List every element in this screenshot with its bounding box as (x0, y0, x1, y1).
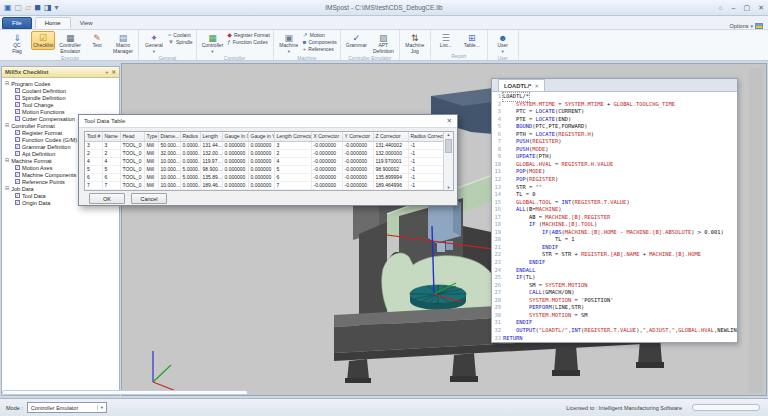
ribbon-button-components[interactable]: ■Components (303, 39, 337, 45)
table-cell: 0.000000 (248, 173, 274, 181)
tree-item-tool-change[interactable]: ✓Tool Change (2, 101, 119, 108)
pin-icon[interactable]: + (105, 69, 108, 75)
main-area: LOADTL/* ✕ 1LOADTL/*2 SYSTEM.MTIME = SYS… (0, 61, 768, 398)
dialog-close-icon[interactable]: ✕ (447, 117, 452, 125)
line-number: 2 (492, 101, 503, 109)
table-row[interactable]: 44TOOL_0Mill10.000...0.0000...119.97...0… (85, 157, 444, 165)
ribbon-button-grammar[interactable]: ✓Grammar (344, 31, 369, 50)
code-text: ALL(B=MACHINE) (503, 206, 561, 214)
table-cell: Mill (144, 149, 158, 157)
table-cell: -0.000000 (342, 181, 373, 189)
line-number: 13 (492, 184, 503, 192)
ribbon-button-label: References (308, 46, 334, 52)
ok-button[interactable]: OK (89, 193, 125, 204)
ribbon-button-user[interactable]: ☻User▾ (491, 31, 515, 55)
ribbon-button-controller-emulator[interactable]: ▦Controller Emulator (57, 31, 83, 55)
ribbon-button-machine-jog[interactable]: ⇅Machine Jog (403, 31, 427, 55)
ribbon-button-macro-manager[interactable]: ▤Macro Manager (111, 31, 135, 55)
check-icon: ✓ (15, 116, 20, 121)
ribbon-button-coolant[interactable]: ≈Coolant (168, 32, 193, 38)
close-icon[interactable]: ✕ (111, 69, 116, 75)
app-icon[interactable]: ▣ (4, 4, 12, 12)
table-cell: 50.000... (158, 141, 180, 149)
table-scrollbar[interactable]: ▲ ▼ (443, 132, 453, 190)
tab-close-icon[interactable]: ✕ (534, 83, 539, 89)
table-cell: 5 (274, 165, 311, 173)
maximize-icon[interactable]: ▢ (744, 4, 751, 11)
ribbon-button-general[interactable]: ✦General▾ (142, 31, 166, 55)
ribbon-button-table[interactable]: ⊞Table... (460, 31, 484, 50)
table-cell: -1 (408, 181, 444, 189)
column-header-length: Length (200, 132, 222, 141)
ribbon-button-apt-definition[interactable]: ▨APT Definition (371, 31, 396, 55)
ribbon-button-label: Coolant (173, 32, 190, 38)
table-row[interactable]: 66TOOL_0Mill10.000...5.0000...135.89...0… (85, 173, 444, 181)
column-header-gauge-in-y: Gauge in Y (248, 132, 274, 141)
cancel-button[interactable]: Cancel (131, 193, 167, 204)
tree-item-spindle-definition[interactable]: ✓Spindle Definition (2, 94, 119, 101)
code-editor-body[interactable]: 1LOADTL/*2 SYSTEM.MTIME = SYSTEM.MTIME +… (492, 92, 737, 342)
code-text: PUSH(REGISTER) (503, 138, 561, 146)
tab-view[interactable]: View (71, 17, 102, 29)
ribbon-group-general: ✦General▾≈Coolant▼SpindleGeneral (139, 30, 197, 60)
save-report-icon[interactable]: ◨ (44, 4, 52, 12)
code-text: CALL(GMACH/ON) (503, 289, 574, 297)
help-bulb-icon[interactable]: ☼ (717, 4, 723, 11)
ribbon-button-list[interactable]: ☰List... (434, 31, 458, 50)
dialog-title: Tool Data Table (84, 118, 125, 124)
tree-collapse-icon[interactable]: ⊟ (5, 81, 9, 86)
table-cell: 7 (102, 181, 120, 189)
machine-viewport[interactable]: LOADTL/* ✕ 1LOADTL/*2 SYSTEM.MTIME = SYS… (121, 63, 767, 396)
tree-group-label: Controller Format (11, 123, 55, 129)
save-icon[interactable]: ◼ (34, 4, 41, 12)
tree-collapse-icon[interactable]: ⊟ (5, 186, 9, 191)
ribbon-group-label (403, 55, 427, 60)
table-row[interactable]: 77TOOL_0Mill10.000...0.0000...189.46...0… (85, 181, 444, 189)
ribbon-button-function-codes[interactable]: ƒFunction Codes (227, 39, 269, 45)
code-line: 22 STR = STR + REGISTER.[AB].NAME + MACH… (492, 251, 737, 259)
tab-file[interactable]: File (2, 17, 32, 29)
scrollbar-thumb[interactable] (445, 139, 452, 153)
ribbon-button-machine[interactable]: ▣Machine▾ (277, 31, 301, 55)
tree-collapse-icon[interactable]: ⊟ (5, 158, 9, 163)
ribbon-button-spindle[interactable]: ▼Spindle (168, 39, 193, 45)
table-row[interactable]: 55TOOL_0Mill10.000...5.0000...98.900...0… (85, 165, 444, 173)
mode-combobox[interactable]: Controller Emulator ▾ (27, 402, 107, 413)
ribbon-button-motion[interactable]: ↗Motion (303, 32, 337, 38)
table-cell: -0.000000 (342, 157, 373, 165)
ribbon-button-references[interactable]: +References (303, 46, 337, 52)
scroll-down-icon[interactable]: ▼ (447, 185, 451, 190)
tab-loadtl[interactable]: LOADTL/* ✕ (498, 79, 545, 91)
ribbon-button-text[interactable]: ✎Text (85, 31, 109, 50)
check-icon: ✓ (15, 151, 20, 156)
options-menu[interactable]: Options ▾ (730, 23, 768, 29)
ribbon-button-controller[interactable]: ▦Controller▾ (200, 31, 226, 55)
table-cell: 5.0000... (180, 173, 200, 181)
new-document-icon[interactable]: ▢ (15, 4, 23, 12)
table-row[interactable]: 22TOOL_0Mill32.000...0.0000...132.00...0… (85, 149, 444, 157)
line-number: 30 (492, 312, 503, 320)
code-line: 4 PTE = LOCATE(END) (492, 116, 737, 124)
table-cell: 2 (102, 149, 120, 157)
ribbon-group-controller-emulator: ✓Grammar▨APT DefinitionController Emulat… (341, 30, 400, 60)
code-line: 17 AB = MACHINE.[B].REGISTER (492, 214, 737, 222)
close-icon[interactable]: ✕ (758, 4, 764, 11)
code-line: 31 ENDIF (492, 319, 737, 327)
ribbon-button-qc-flag[interactable]: ⇓QC Flag (5, 31, 29, 55)
tree-item-coolant-definition[interactable]: ✓Coolant Definition (2, 87, 119, 94)
table-row[interactable]: 33TOOL_0Mill50.000...0.0000...131.44...0… (85, 141, 444, 149)
tree-collapse-icon[interactable]: ⊟ (5, 123, 9, 128)
tree-group-program-codes[interactable]: ⊟Program Codes (2, 80, 119, 87)
scroll-up-icon[interactable]: ▲ (447, 132, 451, 137)
ribbon-button-register-format[interactable]: ◆Register Format (227, 32, 269, 38)
ribbon-button-checklist[interactable]: ☑Checklist (31, 31, 55, 50)
code-text: ENDIF (503, 244, 558, 252)
table-cell: 135.899994 (373, 173, 408, 181)
open-folder-icon[interactable]: ▱ (25, 4, 31, 12)
tab-home[interactable]: Home (35, 17, 71, 29)
line-number: 29 (492, 304, 503, 312)
line-number: 10 (492, 161, 503, 169)
code-line: 10 GLOBAL.HVAL = REGISTER.H.VALUE (492, 161, 737, 169)
more-dropdown-icon[interactable]: ▾ (54, 4, 58, 12)
minimize-icon[interactable]: – (732, 4, 736, 11)
